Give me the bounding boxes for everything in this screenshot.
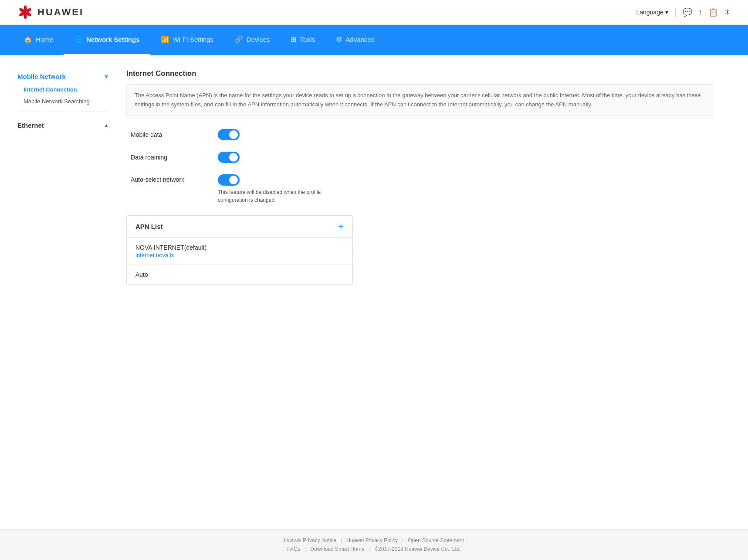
nav-bar: 🏠 Home 🌐 Network Settings 📶 Wi-Fi Settin… (0, 25, 748, 55)
sidebar: Mobile Network ▼ Internet Connection Mob… (17, 66, 109, 519)
nav-wifi-label: Wi-Fi Settings (173, 36, 213, 43)
mobile-data-label: Mobile data (131, 131, 218, 138)
footer-links-row1: Huawei Privacy Notice | Huawei Privacy P… (17, 537, 731, 543)
nav-item-devices[interactable]: 🔗 Devices (224, 25, 280, 55)
apn-list-header: APN List + (127, 216, 352, 238)
sidebar-ethernet-header[interactable]: Ethernet ▲ (17, 118, 109, 132)
tools-icon: ⊞ (291, 35, 296, 44)
logo-area: HUAWEI (17, 4, 84, 20)
footer-faqs-link[interactable]: FAQs (287, 546, 300, 552)
sidebar-mobile-network-sub: Internet Connection Mobile Network Searc… (17, 84, 109, 107)
apn-nova-name: NOVA INTERNET(default) (135, 244, 344, 251)
footer: Huawei Privacy Notice | Huawei Privacy P… (0, 529, 748, 560)
nav-item-network-settings[interactable]: 🌐 Network Settings (64, 25, 150, 55)
page-title: Internet Connection (126, 69, 713, 78)
nav-network-label: Network Settings (86, 36, 140, 43)
huawei-logo-icon (17, 4, 33, 20)
header-controls: Language ▾ | 💬 ↑ 📋 ✳ (636, 7, 731, 17)
nav-advanced-label: Advanced (345, 36, 375, 43)
ethernet-label: Ethernet (17, 122, 44, 129)
nav-home-label: Home (36, 36, 53, 43)
nav-item-wifi-settings[interactable]: 📶 Wi-Fi Settings (150, 25, 224, 55)
footer-privacy-policy-link[interactable]: Huawei Privacy Policy (346, 537, 398, 543)
mobile-network-label: Mobile Network (17, 73, 66, 80)
spinner-icon[interactable]: ✳ (724, 7, 731, 17)
sidebar-section-ethernet: Ethernet ▲ (17, 112, 109, 132)
description-text: The Access Point Name (APN) is the name … (135, 92, 701, 108)
apn-list-title: APN List (135, 223, 163, 230)
sidebar-section-mobile-network: Mobile Network ▼ Internet Connection Mob… (17, 69, 109, 107)
logo-text: HUAWEI (37, 7, 84, 18)
auto-select-network-label: Auto-select network (131, 174, 218, 183)
main-content: Mobile Network ▼ Internet Connection Mob… (0, 55, 748, 529)
header: HUAWEI Language ▾ | 💬 ↑ 📋 ✳ (0, 0, 748, 25)
mobile-network-searching-label: Mobile Network Searching (24, 98, 90, 105)
auto-select-note: This feature will be disabled when the p… (218, 188, 331, 204)
globe-icon: 🌐 (74, 35, 83, 44)
nav-item-advanced[interactable]: ⚙ Advanced (325, 25, 385, 55)
sidebar-item-mobile-network-searching[interactable]: Mobile Network Searching (24, 95, 109, 107)
sidebar-item-internet-connection[interactable]: Internet Connection (24, 84, 109, 95)
apn-list-box: APN List + NOVA INTERNET(default) intern… (126, 215, 353, 285)
dropdown-arrow-icon: ▾ (665, 9, 668, 16)
apn-item-auto[interactable]: Auto (127, 265, 352, 284)
auto-select-network-row: Auto-select network This feature will be… (126, 174, 713, 204)
data-roaming-toggle[interactable] (218, 152, 240, 163)
language-button[interactable]: Language ▾ (636, 9, 668, 16)
language-label: Language (636, 9, 663, 16)
apn-auto-name: Auto (135, 271, 344, 278)
advanced-icon: ⚙ (336, 35, 342, 44)
auto-select-toggle-area: This feature will be disabled when the p… (218, 174, 331, 204)
footer-privacy-notice-link[interactable]: Huawei Privacy Notice (284, 537, 336, 543)
footer-download-smart-home-link[interactable]: Download Smart Home (310, 546, 364, 552)
data-roaming-row: Data roaming (126, 152, 713, 163)
footer-links-row2: FAQs | Download Smart Home | ©2017-2019 … (17, 546, 731, 552)
footer-div-4: | (369, 546, 370, 552)
mobile-data-toggle[interactable] (218, 129, 240, 140)
footer-div-1: | (341, 537, 342, 543)
auto-select-network-toggle[interactable] (218, 174, 240, 186)
chat-icon[interactable]: 💬 (683, 7, 692, 17)
sidebar-mobile-network-header[interactable]: Mobile Network ▼ (17, 69, 109, 84)
header-divider-1: | (674, 7, 677, 17)
footer-div-3: | (305, 546, 306, 552)
mobile-data-row: Mobile data (126, 129, 713, 140)
upload-icon[interactable]: ↑ (698, 8, 702, 17)
data-roaming-label: Data roaming (131, 154, 218, 161)
wifi-icon: 📶 (161, 35, 169, 44)
footer-open-source-link[interactable]: Open Source Statement (408, 537, 464, 543)
nav-devices-label: Devices (247, 36, 270, 43)
content-area: Internet Connection The Access Point Nam… (109, 66, 731, 519)
ethernet-arrow-icon: ▲ (104, 122, 109, 129)
apn-nova-url: internet.nova.is (135, 252, 344, 258)
apn-item-nova[interactable]: NOVA INTERNET(default) internet.nova.is (127, 238, 352, 265)
description-box: The Access Point Name (APN) is the name … (126, 84, 713, 116)
nav-item-tools[interactable]: ⊞ Tools (280, 25, 325, 55)
home-icon: 🏠 (24, 35, 32, 44)
apn-add-button[interactable]: + (338, 222, 344, 231)
devices-icon: 🔗 (234, 35, 243, 44)
nav-item-home[interactable]: 🏠 Home (13, 25, 64, 55)
footer-div-2: | (402, 537, 403, 543)
document-icon[interactable]: 📋 (708, 7, 718, 17)
internet-connection-label: Internet Connection (24, 86, 77, 93)
mobile-network-arrow-icon: ▼ (104, 74, 109, 80)
footer-copyright: ©2017-2019 Huawei Device Co., Ltd. (375, 546, 461, 552)
nav-tools-label: Tools (300, 36, 315, 43)
